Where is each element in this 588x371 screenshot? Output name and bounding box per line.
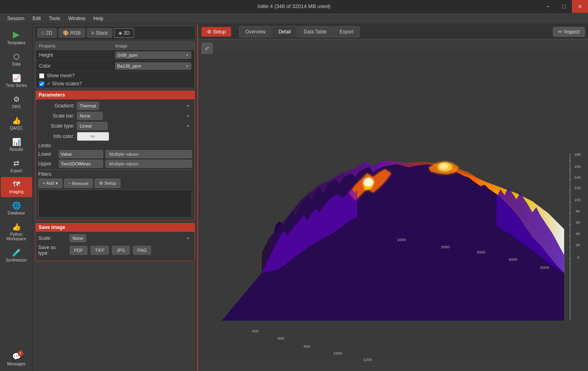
close-button[interactable]: ✕ [572,0,588,13]
svg-text:400: 400 [252,329,259,333]
setup-tab[interactable]: ⚙ Setup [201,27,231,37]
tab-stack-label: Stack [96,30,108,36]
templates-icon: ▶ [13,29,20,40]
save-image-content: Scale: None 1x 2x 4x Save as type: PDF T… [35,232,195,261]
gradient-select[interactable]: Thermal Viridis Plasma Inferno Magma Gra… [77,102,99,110]
scale-row: Scale: None 1x 2x 4x [38,234,192,242]
menu-edit[interactable]: Edit [29,14,45,23]
scaletype-label: Scale type: [38,123,75,129]
col-image: Image [115,43,191,48]
tab-2d-label: 2D [46,30,52,36]
content-area: ⚙ Setup Overview Detail Data Table Expor… [198,24,588,371]
height-select[interactable]: Sr88_ppm Ba138_ppm [115,52,191,59]
svg-text:160: 160 [574,164,581,169]
show-mesh-label: Show mesh? [47,73,75,78]
col-property: Property [39,43,115,48]
tab-detail[interactable]: Detail [272,26,297,37]
left-sidebar: ▶ Templates ⬡ Data 📈 Time Series ⚙ DRS 👍… [0,24,33,371]
svg-text:3000: 3000 [476,250,485,255]
sidebar-item-qaqc[interactable]: 👍 QA/QC [1,113,32,134]
tab-datatable[interactable]: Data Table [298,26,333,37]
menu-bar: Session Edit Tools Window Help [0,13,588,24]
svg-text:120: 120 [574,186,581,190]
filter-list-area [38,190,192,218]
sidebar-item-imaging[interactable]: 🗺 Imaging [1,177,32,197]
tiff-button[interactable]: TIFF [91,246,109,255]
sidebar-item-templates[interactable]: ▶ Templates [1,26,32,48]
infocolor-label: Info color: [38,134,75,139]
top-tab-bar: ⚙ Setup Overview Detail Data Table Expor… [198,24,588,39]
jpg-button[interactable]: JPG [112,246,129,255]
sidebar-item-python[interactable]: 👍 Python Workspace [1,219,32,244]
upper-multi-value: Multiple values [106,160,192,168]
table-row: Height Sr88_ppm Ba138_ppm [36,50,195,61]
minimize-button[interactable]: − [540,0,556,13]
tab-stack[interactable]: ≡ Stack [87,28,112,38]
color-select[interactable]: Ba138_ppm Sr88_ppm [115,62,191,70]
tab-2d[interactable]: □ 2D [37,28,57,38]
sidebar-item-label: QA/QC [10,126,23,130]
drs-icon: ⚙ [13,95,20,104]
save-as-row: Save as type: PDF TIFF JPG PNG [38,245,192,256]
menu-tools[interactable]: Tools [45,14,64,23]
sidebar-item-label: Results [10,147,23,152]
synthesizer-icon: 🧪 [12,248,21,257]
sidebar-item-synthesizer[interactable]: 🧪 Synthesizer [1,245,32,266]
upper-label: Upper [38,161,56,167]
png-button[interactable]: PNG [133,246,151,255]
sidebar-item-drs[interactable]: ⚙ DRS [1,92,32,112]
parameters-section: Parameters Gradient: Thermal Viridis Pla… [35,91,195,221]
expand-button[interactable]: ⤢ [201,43,213,54]
scaletype-row: Scale type: Linear Logarithmic Square Ro… [38,122,192,130]
scalebar-row: Scale bar: None Horizontal Vertical [38,112,192,120]
tab-overview[interactable]: Overview [239,26,271,37]
scale-select[interactable]: None 1x 2x 4x [70,234,86,242]
pdf-button[interactable]: PDF [70,246,87,255]
info-color-box[interactable]: ✏ [77,132,109,141]
upper-type-select[interactable]: Value Percentile TwoSDOfMean [59,160,103,168]
maximize-button[interactable]: □ [556,0,572,13]
scalebar-select[interactable]: None Horizontal Vertical [77,112,103,120]
sidebar-item-data[interactable]: ⬡ Data [1,49,32,70]
3d-chart: 180 160 140 120 100 80 60 40 20 0 [198,39,588,371]
show-scales-row[interactable]: ✓ Show scales? [36,80,195,88]
color-select-wrapper: Ba138_ppm Sr88_ppm [115,62,191,70]
sidebar-item-results[interactable]: 📊 Results [1,134,32,155]
svg-text:60: 60 [576,220,580,225]
svg-text:5000: 5000 [540,265,549,270]
3d-icon: ◈ [118,30,122,36]
title-bar: Iolite 4 (348 of 32014 MB used) − □ ✕ [0,0,588,13]
save-image-section: Save image Scale: None 1x 2x 4x Save as … [35,223,195,261]
filter-setup-button[interactable]: ⚙ Setup [95,179,120,188]
scalebar-select-wrapper: None Horizontal Vertical [77,112,192,120]
svg-text:1000: 1000 [333,351,342,355]
stack-icon: ≡ [91,30,94,36]
menu-window[interactable]: Window [64,14,89,23]
tab-3d[interactable]: ◈ 3D [114,28,134,38]
sidebar-item-export[interactable]: ⇄ Export [1,156,32,176]
infocolor-row: Info color: ✏ [38,132,192,141]
inspect-button[interactable]: ✏ Inspect [553,27,585,37]
2d-icon: □ [41,30,44,36]
lower-type-select[interactable]: Value Percentile TwoSDOfMean [59,150,103,158]
show-mesh-checkbox[interactable] [39,73,44,78]
remove-filter-button[interactable]: − Remove [64,179,93,188]
scaletype-select[interactable]: Linear Logarithmic Square Root [77,122,108,130]
tab-export[interactable]: Export [333,26,360,37]
menu-session[interactable]: Session [3,14,29,23]
menu-help[interactable]: Help [89,14,108,23]
sidebar-item-timeseries[interactable]: 📈 Time Series [1,70,32,91]
database-icon: 🌐 [12,201,21,210]
svg-text:600: 600 [278,336,285,340]
lower-label: Lower [38,151,56,157]
tab-rgb[interactable]: 🎨 RGB [58,28,85,38]
inspect-label: Inspect [564,29,580,35]
show-mesh-row[interactable]: Show mesh? [36,72,195,80]
show-scales-label: ✓ Show scales? [47,81,82,87]
add-filter-button[interactable]: + Add ▾ [38,179,62,188]
show-scales-checkbox[interactable] [39,81,44,87]
sidebar-item-database[interactable]: 🌐 Database [1,198,32,218]
filters-label: Filters [38,171,192,177]
sidebar-item-messages[interactable]: 💬 7 Messages [1,349,32,369]
scalebar-label: Scale bar: [38,113,75,119]
